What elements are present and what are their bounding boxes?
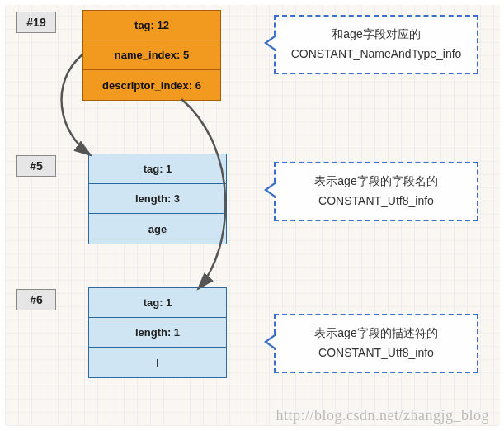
node19-descriptor-index: descriptor_index: 6 (83, 70, 220, 100)
constant-node-5: tag: 1 length: 3 age (88, 154, 227, 244)
callout-5-line1: 表示age字段的字段名的 (284, 172, 469, 192)
callout-5: 表示age字段的字段名的 CONSTANT_Utf8_info (274, 162, 478, 221)
node5-tag: tag: 1 (89, 154, 226, 184)
node5-value: age (89, 214, 226, 244)
node19-name-index: name_index: 5 (83, 40, 220, 70)
node19-tag: tag: 12 (83, 11, 220, 40)
index-label-6: #6 (16, 289, 56, 310)
callout-5-line2: CONSTANT_Utf8_info (284, 192, 469, 211)
watermark-text: http://blog.csdn.net/zhangjg_blog (276, 407, 489, 424)
node6-length: length: 1 (89, 318, 226, 348)
node5-length: length: 3 (89, 184, 226, 214)
index-label-19: #19 (16, 12, 56, 33)
node6-value: I (89, 348, 226, 377)
callout-19-line1: 和age字段对应的 (284, 25, 469, 45)
callout-19: 和age字段对应的 CONSTANT_NameAndType_info (274, 15, 478, 74)
constant-node-6: tag: 1 length: 1 I (88, 287, 227, 378)
callout-19-line2: CONSTANT_NameAndType_info (284, 45, 469, 64)
index-label-5: #5 (16, 155, 56, 177)
callout-6-line2: CONSTANT_Utf8_info (284, 343, 469, 363)
callout-6-line1: 表示age字段的描述符的 (284, 324, 469, 343)
constant-node-19: tag: 12 name_index: 5 descriptor_index: … (82, 10, 221, 101)
callout-6: 表示age字段的描述符的 CONSTANT_Utf8_info (274, 314, 478, 373)
node6-tag: tag: 1 (89, 288, 226, 318)
